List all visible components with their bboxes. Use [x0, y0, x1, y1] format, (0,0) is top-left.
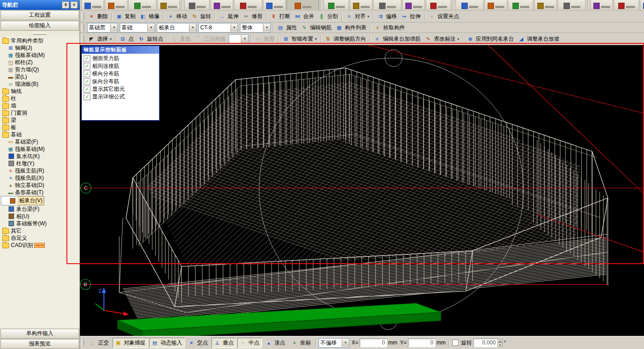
drawing-input-button[interactable]: 绘图输入 — [0, 21, 79, 31]
rebar-option[interactable]: ✓纵向分布筋 — [82, 78, 159, 85]
edit-cap-strengthen-rebar-button[interactable]: ≡编辑承台加强筋 — [372, 34, 423, 44]
rebar-option[interactable]: ✓桩间连接筋 — [82, 62, 159, 70]
tree-item[interactable]: ▬条形基础(T) — [0, 189, 80, 196]
toolbar-button-partial[interactable] — [456, 0, 484, 10]
arc-type-select[interactable]: ▾ — [229, 34, 249, 44]
tree-item[interactable]: 门窗洞 — [0, 109, 80, 116]
midpoint-toggle[interactable]: ∙中点 — [237, 338, 262, 348]
sidebar-splitter[interactable] — [0, 31, 80, 36]
dropdown-arrow-icon[interactable]: ▾ — [189, 24, 196, 32]
toolbar-button-partial[interactable] — [128, 0, 156, 10]
rotate-checkbox[interactable] — [452, 340, 459, 346]
extend-button[interactable]: →延伸 — [217, 12, 241, 21]
report-preview-button[interactable]: 报表预览 — [0, 339, 79, 349]
toolbar-button-partial[interactable] — [157, 0, 180, 10]
rotate-point-button[interactable]: ↻旋转点 — [136, 34, 165, 44]
component-name-select[interactable]: CT-8▾ — [198, 23, 238, 33]
view-mode-select[interactable]: 整体▾ — [240, 23, 271, 33]
checkbox[interactable]: ✓ — [84, 70, 90, 77]
component-type-select[interactable]: 桩承台▾ — [157, 23, 197, 33]
dropdown-arrow-icon[interactable]: ▾ — [147, 24, 155, 32]
tree-item[interactable]: 桩(U) — [0, 213, 80, 220]
tree-item[interactable]: ≈筏板负筋(X) — [0, 174, 80, 181]
rotate-input[interactable]: 0.000 — [473, 339, 498, 347]
y-input[interactable]: 0 — [408, 339, 435, 347]
toolbar-button-partial[interactable] — [350, 0, 372, 10]
merge-button[interactable]: ⋈合并 — [292, 12, 316, 21]
checkbox[interactable]: ✓ — [84, 63, 90, 70]
tree-item[interactable]: 自定义 — [0, 234, 80, 242]
split-button[interactable]: ∥分割 — [316, 12, 340, 21]
toolbar-button-partial[interactable] — [590, 0, 613, 10]
single-component-input-button[interactable]: 单构件输入 — [0, 329, 79, 339]
toolbar-button-partial[interactable] — [81, 0, 104, 10]
tree-item[interactable]: ⊞轴网(J) — [0, 44, 80, 51]
tree-item[interactable]: ▬梁(L) — [0, 73, 80, 80]
tree-item[interactable]: 轴线 — [0, 88, 80, 95]
toolbar-button-partial[interactable] — [640, 0, 644, 10]
tree-item[interactable]: 柱 — [0, 95, 80, 102]
tree-item[interactable]: 墙 — [0, 102, 80, 109]
vertex-toggle[interactable]: ▴顶点 — [263, 338, 288, 348]
tree-item[interactable]: 桩承台(V) — [1, 196, 44, 205]
adjust-rebar-direction-button[interactable]: ⇅调整钢筋方向 — [323, 34, 368, 44]
tree-item[interactable]: ▭基础梁(F) — [0, 138, 80, 145]
dropdown-arrow-icon[interactable]: ▾ — [263, 24, 270, 32]
rebar-option[interactable]: ✓显示详细公式 — [82, 93, 159, 101]
tree-item[interactable]: 基础 — [0, 131, 80, 138]
dynamic-input-toggle[interactable]: ▤动态输入 — [149, 338, 185, 348]
rebar-panel-titlebar[interactable]: 钢筋显示控制面板 — [82, 46, 159, 54]
tree-item[interactable]: 柱墩(Y) — [0, 160, 80, 167]
tree-item[interactable]: 其它 — [0, 227, 80, 234]
tree-item[interactable]: ▥剪力墙(Q) — [0, 66, 80, 73]
move-button[interactable]: +移动 — [165, 12, 189, 21]
checkbox[interactable]: ✓ — [84, 93, 90, 100]
draw-toolbar-handle[interactable] — [82, 35, 84, 42]
dropdown-arrow-icon[interactable]: ▾ — [342, 339, 349, 347]
drawing-canvas[interactable]: CBZ 钢筋显示控制面板 ✓侧面受力筋✓桩间连接筋✓横向分布筋✓纵向分布筋✓显示… — [80, 45, 644, 336]
sidebar-titlebar[interactable]: 导航栏 × — [0, 0, 80, 10]
toolbar-button-partial[interactable] — [484, 0, 507, 10]
mirror-button[interactable]: ◧镜像 — [138, 12, 162, 21]
pick-component-button[interactable]: ≡拾取构件 — [372, 23, 407, 33]
pin-icon[interactable] — [62, 1, 69, 9]
tree-item[interactable]: 常用构件类型 — [0, 37, 80, 44]
object-snap-toggle[interactable]: ▣对象捕捉 — [113, 338, 148, 348]
align-button[interactable]: ≡对齐▾ — [344, 12, 371, 21]
tree-item[interactable]: ≡筏板主筋(R) — [0, 167, 80, 174]
select-button[interactable]: ◤选择▾ — [86, 34, 114, 44]
toolbar-button-partial[interactable] — [234, 0, 262, 10]
perpendicular-toggle[interactable]: ⊥垂点 — [212, 338, 236, 348]
toolbar-button-partial[interactable] — [508, 0, 533, 10]
context-toolbar-handle[interactable] — [82, 24, 84, 31]
toolbar-button-partial[interactable] — [105, 0, 127, 10]
toolbar-button-partial[interactable] — [534, 0, 557, 10]
trim-button[interactable]: ✂修剪 — [241, 12, 265, 21]
set-grips-button[interactable]: ▫设置夹点 — [427, 12, 461, 21]
close-icon[interactable]: × — [71, 1, 78, 9]
spin-down-icon[interactable]: ▼ — [498, 343, 503, 347]
tree-item[interactable]: 板 — [0, 124, 80, 131]
smart-layout-button[interactable]: ⊞智能布置▾ — [281, 34, 319, 44]
tree-item[interactable]: 集水坑(K) — [0, 153, 80, 160]
checkbox[interactable]: ✓ — [84, 86, 90, 93]
statusbar-handle[interactable] — [82, 339, 84, 346]
edit-rebar-button[interactable]: ✎编辑钢筋 — [299, 23, 334, 33]
rotate-button[interactable]: ↻旋转 — [189, 12, 213, 21]
floor-select[interactable]: 基础层▾ — [87, 23, 118, 33]
rebar-option[interactable]: ✓横向分布筋 — [82, 70, 159, 78]
toolbar-button-partial[interactable] — [426, 0, 451, 10]
tree-item[interactable]: ▱现浇板(B) — [0, 80, 80, 88]
intersection-toggle[interactable]: ×交点 — [186, 338, 211, 348]
tree-item[interactable]: ▦筏板基础(M) — [0, 145, 80, 153]
break-button[interactable]: ‖打断 — [268, 12, 292, 21]
toolbar-button-partial[interactable] — [287, 0, 319, 10]
rebar-option[interactable]: ✓侧面受力筋 — [82, 55, 159, 62]
tree-item[interactable]: CAD识别NEW — [0, 242, 80, 249]
tree-item[interactable]: 承台梁(F) — [0, 205, 80, 213]
tree-item[interactable]: 梁 — [0, 116, 80, 124]
apply-to-same-name-cap-button[interactable]: ⊕应用到同名承台 — [465, 34, 516, 44]
toolbar-button-partial[interactable] — [373, 0, 401, 10]
adjust-cap-slope-button[interactable]: ◢调整承台放坡 — [516, 34, 562, 44]
dropdown-arrow-icon[interactable]: ▾ — [241, 35, 248, 43]
